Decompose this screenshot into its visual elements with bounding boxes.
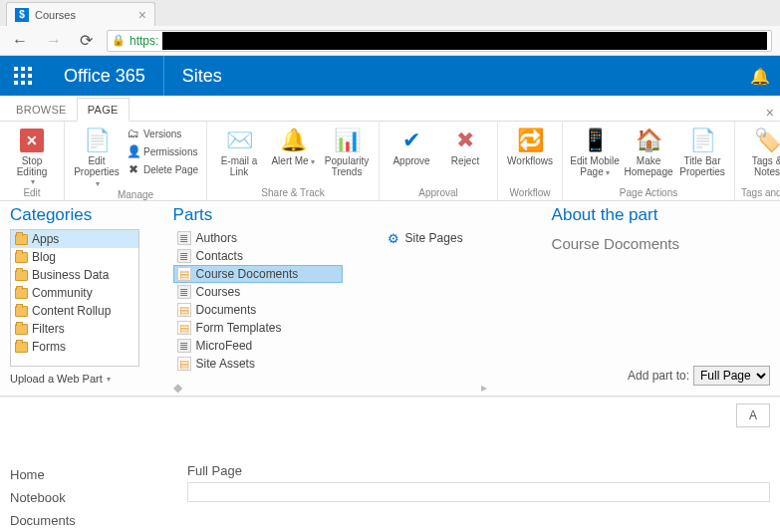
part-item[interactable]: ≣Courses — [173, 283, 343, 301]
category-item[interactable]: Apps — [11, 230, 138, 248]
app-launcher-icon[interactable] — [0, 56, 46, 96]
browser-tab-strip: $ Courses × — [0, 0, 780, 26]
notifications-icon[interactable]: 🔔 — [740, 67, 780, 86]
part-item[interactable]: ≣MicroFeed — [173, 337, 343, 355]
add-part-to-label: Add part to: — [628, 369, 689, 383]
category-label: Forms — [32, 340, 66, 354]
category-item[interactable]: Business Data — [11, 266, 138, 284]
approve-button[interactable]: ✔Approve — [386, 124, 437, 166]
category-item[interactable]: Forms — [11, 338, 138, 356]
document-library-icon: ▤ — [177, 303, 191, 317]
versions-icon: 🗂 — [127, 127, 140, 140]
stop-editing-button[interactable]: ✕ Stop Editing ▾ — [6, 124, 58, 186]
permissions-icon: 👤 — [127, 144, 140, 158]
about-header: About the part — [552, 205, 770, 225]
quick-launch-item[interactable]: Documents — [8, 509, 167, 532]
upload-web-part-link[interactable]: Upload a Web Part ▾ — [10, 373, 155, 385]
browser-toolbar: ← → ⟳ 🔒 https: — [0, 26, 780, 56]
document-library-icon: ▤ — [177, 267, 191, 281]
properties-icon: 📄 — [84, 126, 111, 155]
edit-mobile-page-button[interactable]: 📱Edit Mobile Page▾ — [569, 124, 621, 178]
svg-rect-3 — [14, 74, 18, 78]
list-icon: ≣ — [177, 249, 191, 263]
suite-bar: Office 365 Sites 🔔 — [0, 56, 780, 96]
part-item[interactable]: ⚙Site Pages — [383, 229, 552, 247]
categories-list[interactable]: AppsBlogBusiness DataCommunityContent Ro… — [10, 229, 139, 367]
category-label: Content Rollup — [32, 304, 111, 318]
category-item[interactable]: Blog — [11, 248, 138, 266]
parts-column: Parts ≣Authors≣Contacts▤Course Docoments… — [173, 205, 552, 392]
suite-brand[interactable]: Office 365 — [46, 56, 164, 96]
add-button[interactable]: A — [736, 403, 770, 427]
add-part-to-select[interactable]: Full Page — [693, 366, 770, 386]
forward-button[interactable]: → — [42, 30, 66, 52]
browser-tab[interactable]: $ Courses × — [6, 2, 155, 26]
list-icon: ≣ — [177, 231, 191, 245]
quick-launch: HomeNotebookDocuments — [8, 463, 167, 532]
category-item[interactable]: Community — [11, 284, 138, 302]
back-button[interactable]: ← — [8, 30, 32, 52]
part-label: Form Templates — [196, 321, 282, 335]
make-homepage-button[interactable]: 🏠Make Homepage — [623, 124, 674, 177]
parts-nav-left-icon[interactable]: ◆ — [173, 381, 182, 395]
tags-notes-button[interactable]: 🏷️Tags & Notes — [741, 124, 780, 177]
popularity-trends-button[interactable]: 📊Popularity Trends — [321, 124, 373, 177]
about-part-title: Course Docoments — [552, 235, 770, 252]
ribbon-tab-browse[interactable]: BROWSE — [6, 99, 77, 121]
svg-rect-7 — [21, 81, 25, 85]
reject-button[interactable]: ✖Reject — [439, 124, 491, 166]
email-link-button[interactable]: ✉️E-mail a Link — [213, 124, 265, 177]
tag-icon: 🏷️ — [754, 126, 780, 155]
workflows-button[interactable]: 🔁Workflows — [504, 124, 556, 166]
svg-rect-2 — [28, 67, 32, 71]
parts-header: Parts — [173, 205, 552, 225]
envelope-icon: ✉️ — [226, 126, 253, 155]
part-item[interactable]: ▤Documents — [173, 301, 343, 319]
quick-launch-item[interactable]: Home — [8, 463, 167, 486]
part-label: Courses — [196, 285, 241, 299]
bell-icon: 🔔 — [280, 126, 307, 155]
permissions-button[interactable]: 👤Permissions — [125, 143, 200, 159]
title-bar-properties-button[interactable]: 📄Title Bar Properties — [676, 124, 728, 177]
document-library-icon: ▤ — [177, 321, 191, 335]
gear-icon: ⚙ — [387, 231, 400, 245]
ribbon-collapse-icon[interactable]: × — [760, 105, 780, 121]
ribbon-group-share-track: ✉️E-mail a Link 🔔Alert Me▾ 📊Popularity T… — [207, 122, 380, 200]
tab-title: Courses — [35, 9, 76, 21]
svg-rect-1 — [21, 67, 25, 71]
home-icon: 🏠 — [636, 126, 662, 155]
category-label: Filters — [32, 322, 65, 336]
webpart-zone[interactable] — [187, 482, 770, 502]
part-item[interactable]: ≣Contacts — [173, 247, 343, 265]
category-label: Community — [32, 286, 93, 300]
part-label: Contacts — [196, 249, 243, 263]
close-icon[interactable]: × — [138, 7, 146, 23]
part-item[interactable]: ▤Form Templates — [173, 319, 343, 337]
page-icon: 📄 — [689, 126, 716, 155]
ribbon: ✕ Stop Editing ▾ Edit 📄 Edit Properties … — [0, 122, 780, 201]
category-item[interactable]: Filters — [11, 320, 138, 338]
suite-app-label[interactable]: Sites — [164, 66, 240, 87]
part-item[interactable]: ▤Course Docoments — [173, 265, 343, 283]
address-bar[interactable]: 🔒 https: — [107, 30, 772, 52]
quick-launch-item[interactable]: Notebook — [8, 486, 167, 509]
chart-icon: 📊 — [334, 126, 361, 155]
category-item[interactable]: Content Rollup — [11, 302, 138, 320]
lock-icon: 🔒 — [112, 34, 126, 47]
alert-me-button[interactable]: 🔔Alert Me▾ — [267, 124, 319, 167]
reload-button[interactable]: ⟳ — [76, 29, 97, 52]
main-content: Full Page — [187, 463, 770, 532]
versions-button[interactable]: 🗂Versions — [125, 126, 200, 141]
ribbon-tab-page[interactable]: PAGE — [77, 98, 130, 122]
parts-nav-right-icon[interactable]: ▸ — [481, 381, 487, 395]
edit-properties-button[interactable]: 📄 Edit Properties ▾ — [71, 124, 123, 189]
part-item[interactable]: ▤Site Assets — [173, 355, 343, 373]
part-item[interactable]: ≣Authors — [173, 229, 343, 247]
ribbon-group-workflow: 🔁Workflows Workflow — [498, 122, 563, 200]
delete-page-button[interactable]: ✖Delete Page — [125, 161, 200, 177]
category-label: Apps — [32, 232, 59, 246]
chevron-down-icon: ▾ — [311, 157, 315, 166]
chevron-down-icon: ▾ — [31, 177, 35, 186]
ribbon-group-approval: ✔Approve ✖Reject Approval — [380, 122, 498, 200]
chevron-down-icon: ▾ — [107, 375, 111, 384]
